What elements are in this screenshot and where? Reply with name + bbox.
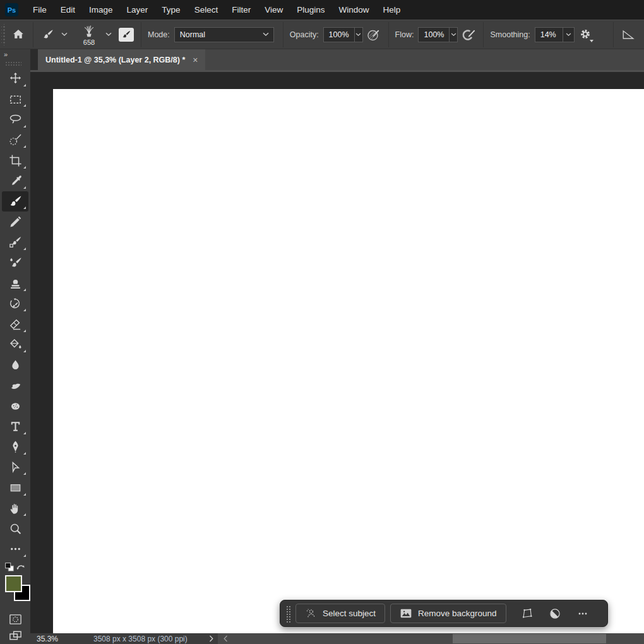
separator: [283, 22, 283, 47]
pressure-opacity-icon: [366, 27, 381, 42]
menu-image[interactable]: Image: [82, 0, 120, 20]
select-subject-button[interactable]: Select subject: [295, 604, 385, 623]
mode-select[interactable]: Normal: [174, 27, 274, 42]
smoothing-field[interactable]: 14%: [535, 27, 575, 42]
options-bar-grip[interactable]: [1, 24, 5, 45]
flow-field[interactable]: 100%: [418, 27, 458, 42]
brush-angle-button[interactable]: [617, 23, 639, 46]
photoshop-logo: Ps: [5, 3, 18, 16]
separator: [33, 22, 33, 47]
more-options-button[interactable]: [571, 604, 595, 624]
flyout-indicator: [23, 84, 26, 86]
chevron-down-icon[interactable]: [354, 28, 362, 42]
home-button[interactable]: [8, 23, 29, 46]
airbrush-button[interactable]: [458, 23, 479, 46]
menu-window[interactable]: Window: [331, 0, 376, 20]
close-icon[interactable]: ×: [193, 55, 198, 65]
collapse-panel-button[interactable]: »: [4, 51, 30, 59]
color-replacement-tool[interactable]: [2, 232, 28, 253]
zoom-tool[interactable]: [2, 518, 28, 539]
blur-tool[interactable]: [2, 355, 28, 375]
mixer-brush-tool[interactable]: [2, 253, 28, 273]
menu-filter[interactable]: Filter: [225, 0, 258, 20]
rectangular-marquee-tool[interactable]: [2, 89, 28, 109]
panel-drag-handle[interactable]: [5, 61, 21, 67]
pencil-tool[interactable]: [2, 212, 28, 232]
brush-preset-picker[interactable]: 658: [76, 23, 102, 46]
status-expand-chevron-icon[interactable]: [209, 635, 214, 642]
scroll-left-icon[interactable]: [223, 635, 228, 642]
lasso-tool[interactable]: [2, 109, 28, 129]
menu-type[interactable]: Type: [155, 0, 187, 20]
rectangle-tool[interactable]: [2, 477, 28, 498]
quick-mask-toggle[interactable]: [2, 611, 28, 628]
type-tool[interactable]: [2, 416, 28, 436]
selection-brush-tool[interactable]: [2, 130, 28, 150]
color-mini-controls: [2, 561, 28, 573]
opacity-field[interactable]: 100%: [323, 27, 363, 42]
smudge-tool[interactable]: [2, 375, 28, 395]
contextual-taskbar: Select subject Remove background: [280, 600, 608, 627]
current-tool-preset[interactable]: [37, 23, 59, 46]
menu-plugins[interactable]: Plugins: [290, 0, 331, 20]
crop-tool[interactable]: [2, 150, 28, 170]
hand-tool[interactable]: [2, 498, 28, 518]
eyedropper-tool[interactable]: [2, 171, 28, 191]
horizontal-scrollbar[interactable]: [218, 633, 644, 644]
chevron-down-icon[interactable]: [61, 32, 68, 37]
document-canvas[interactable]: [53, 89, 644, 633]
flyout-indicator: [23, 206, 26, 209]
flyout-indicator: [23, 104, 26, 107]
screen-mode-toggle[interactable]: [2, 628, 28, 644]
swap-colors-icon[interactable]: [15, 562, 27, 572]
history-brush-tool[interactable]: [2, 294, 28, 314]
flyout-indicator: [23, 452, 26, 455]
taskbar-drag-handle[interactable]: [285, 605, 290, 623]
edit-toolbar[interactable]: [2, 539, 28, 559]
home-icon: [11, 28, 25, 42]
brush-preset-grass-icon: [82, 23, 96, 38]
status-bar: 35.3% 3508 px x 3508 px (300 ppi): [30, 633, 644, 644]
menu-select[interactable]: Select: [188, 0, 225, 20]
mode-label: Mode:: [148, 30, 170, 39]
opacity-value: 100%: [324, 30, 354, 39]
mode-value: Normal: [175, 30, 263, 39]
zoom-level-field[interactable]: 35.3%: [37, 635, 69, 643]
sponge-tool[interactable]: [2, 396, 28, 416]
foreground-color-swatch[interactable]: [5, 575, 22, 592]
move-tool[interactable]: [2, 69, 28, 89]
chevron-down-icon[interactable]: [449, 28, 457, 42]
flyout-indicator: [23, 493, 26, 496]
transform-button[interactable]: [515, 604, 539, 624]
smoothing-options-button[interactable]: [575, 23, 596, 46]
separator: [141, 22, 141, 47]
clone-stamp-tool[interactable]: [2, 273, 28, 294]
more-options-icon: [576, 607, 589, 620]
menu-file[interactable]: File: [26, 0, 54, 20]
chevron-down-icon[interactable]: [105, 32, 112, 37]
menu-view[interactable]: View: [258, 0, 290, 20]
paint-bucket-tool[interactable]: [2, 335, 28, 355]
brush-settings-panel-toggle[interactable]: [116, 23, 137, 46]
direct-selection-tool[interactable]: [2, 457, 28, 477]
tools-panel: »: [0, 49, 30, 644]
brush-tool[interactable]: [2, 191, 28, 212]
remove-background-label: Remove background: [418, 609, 497, 618]
remove-background-button[interactable]: Remove background: [390, 604, 506, 623]
menu-layer[interactable]: Layer: [120, 0, 155, 20]
pressure-opacity-button[interactable]: [363, 23, 385, 46]
eraser-tool[interactable]: [2, 314, 28, 334]
menu-help[interactable]: Help: [376, 0, 407, 20]
select-subject-label: Select subject: [323, 609, 376, 618]
select-subject-icon: [305, 607, 317, 619]
document-tab[interactable]: Untitled-1 @ 35,3% (Layer 2, RGB/8) * ×: [38, 49, 205, 70]
separator: [388, 22, 389, 47]
chevron-down-icon[interactable]: [563, 28, 574, 42]
horizontal-scrollbar-thumb[interactable]: [453, 634, 606, 643]
tools-panel-header: »: [0, 49, 30, 69]
default-colors-icon[interactable]: [4, 561, 15, 573]
adjustment-button[interactable]: [543, 604, 567, 624]
pen-tool[interactable]: [2, 437, 28, 457]
flyout-indicator: [23, 247, 26, 250]
menu-edit[interactable]: Edit: [54, 0, 82, 20]
